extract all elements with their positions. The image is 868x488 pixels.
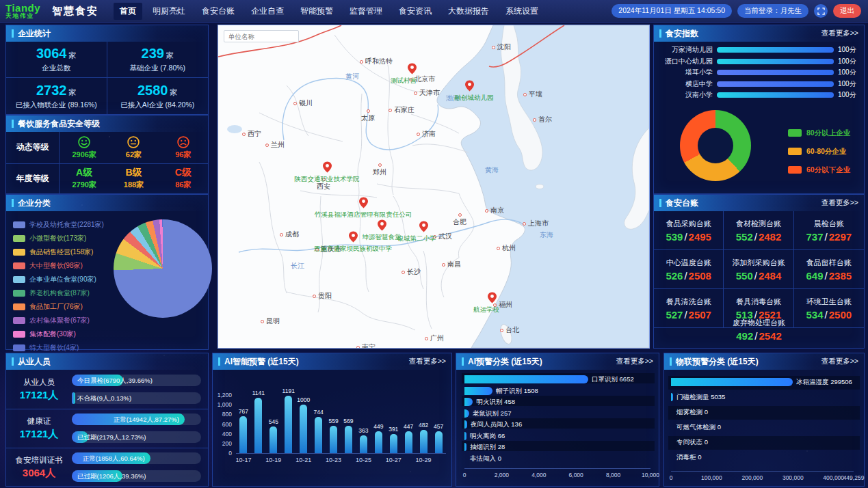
staff-bar-label: 正常(1858人,60.64%): [83, 452, 145, 464]
bar-label: 明火识别 458: [476, 398, 515, 406]
staff-bar-label: 正常(14942人,87.27%): [114, 414, 179, 425]
iot-category-header: 物联预警分类 (近15天) 查看更多>>: [664, 353, 864, 370]
ledger-cell-0: 食品采购台账539/2495: [654, 211, 724, 250]
map-city-上海市: 上海市: [523, 219, 549, 228]
x-axis-tick-label: 8,000: [606, 472, 620, 478]
city-label: 南京: [490, 206, 504, 215]
search-input[interactable]: [224, 30, 299, 42]
map-pin-测试村营[interactable]: [408, 63, 417, 74]
legend-label: 企事业单位食堂(90家): [29, 275, 96, 284]
bar-label: 非法闯入 0: [470, 455, 501, 463]
x-axis-line: [464, 468, 650, 469]
ai-category-more-link[interactable]: 查看更多>>: [616, 357, 653, 366]
map-marker-label-航运学校: 航运学校: [473, 306, 499, 314]
fullscreen-button[interactable]: [814, 4, 828, 18]
map-pin-坤源智慧食堂[interactable]: [378, 219, 386, 231]
nav-item-大数据报告[interactable]: 大数据报告: [442, 3, 495, 20]
datetime-badge: 2024年11月01日 星期五 14:05:50: [611, 4, 732, 18]
location-pin-icon: [359, 197, 368, 208]
map-marker-label-恩施市盛家坝民族初级中学: 恩施市盛家坝民族初级中学: [314, 245, 392, 254]
iot-category-more-link[interactable]: 查看更多>>: [821, 357, 858, 366]
level-count: 62家: [126, 150, 142, 160]
map-pin-航运学校[interactable]: [488, 292, 497, 303]
map-pin-陕西交通职业技术学院[interactable]: [323, 161, 332, 173]
city-dot: [265, 144, 269, 147]
level-count: 86家: [175, 180, 191, 190]
location-pin-icon: [419, 221, 428, 232]
enterprise-stats-title: 企业统计: [18, 28, 51, 40]
category-pie-chart: [114, 219, 212, 318]
ledger-cell-4: 添加剂采购台账550/2484: [724, 250, 793, 289]
bar-value-label: 545: [269, 418, 278, 425]
map-city-杭州: 杭州: [497, 243, 516, 253]
top-bar: Tiandy 天地伟业 智慧食安 首页明厨亮灶食安台账企业自查智能预警监督管理食…: [0, 0, 868, 22]
stat-unit: 家: [166, 51, 174, 59]
ai-warning-panel: AI智能预警 (近15天) 查看更多>> 02004006008001,0001…: [212, 353, 452, 487]
legend-label: 学校及幼托食堂(2281家): [29, 220, 104, 230]
city-dot: [458, 213, 462, 217]
map-pin-竹溪县福泽酒店管理有限责任公司[interactable]: [359, 197, 368, 208]
bar-label: 帽子识别 1508: [496, 387, 538, 395]
nav-item-智能预警[interactable]: 智能预警: [294, 3, 339, 20]
stat-value: 239家: [142, 46, 174, 62]
staff-group-name: 健康证: [27, 416, 51, 426]
x-axis-tick-label: 10-27: [386, 457, 402, 463]
level-count: 96家: [175, 150, 191, 160]
bar-10-20: [285, 396, 292, 453]
city-dot: [417, 133, 420, 136]
staff-bar-0-0: 今日晨检(6790人,39.66%): [72, 375, 201, 386]
safety-index-row-1: 滠口中心幼儿园100分: [658, 58, 858, 65]
nav-item-监督管理[interactable]: 监督管理: [343, 3, 389, 20]
map-city-西宁: 西宁: [242, 129, 261, 139]
enterprise-stats-panel: 企业统计 3064家企业总数239家基础企业 (7.80%)2732家已接入物联…: [5, 25, 209, 115]
ledger-slash: /: [753, 270, 759, 282]
nav-item-明厨亮灶[interactable]: 明厨亮灶: [146, 3, 192, 20]
ledger-done: 539: [666, 231, 683, 243]
city-dot: [280, 233, 283, 236]
grade-label: C级: [175, 167, 192, 179]
map-pin-银城第二小学[interactable]: [419, 221, 428, 232]
nav-item-首页[interactable]: 首页: [114, 3, 142, 20]
city-dot: [356, 346, 360, 349]
legend-label: 食品销售经营(158家): [29, 247, 93, 257]
city-dot: [367, 109, 370, 113]
legend-label: 特大型餐饮(4家): [29, 343, 79, 353]
map-label-黄河: 黄河: [345, 72, 359, 81]
x-axis-tick-label: 10-25: [356, 457, 371, 463]
stat-cell-0: 3064家企业总数: [6, 42, 107, 78]
category-legend-item-1: 小微型餐饮(173家): [13, 232, 104, 245]
bar-label: 门磁检测量 5035: [676, 393, 725, 401]
city-dot: [523, 222, 526, 226]
bar-label: 明火离岗 66: [470, 432, 505, 440]
ledger-name: 晨检台账: [814, 219, 844, 229]
ledger-name: 中心温度台账: [666, 258, 711, 268]
nav-item-食安台账[interactable]: 食安台账: [196, 3, 241, 20]
city-label: 太原: [361, 113, 375, 123]
safety-index-more-link[interactable]: 查看更多>>: [821, 29, 858, 38]
level-cell-1-0: A级2790家: [60, 163, 109, 194]
bar-label: 冰箱温湿度 299506: [796, 378, 852, 386]
map-pin-融创城幼儿园[interactable]: [465, 80, 474, 92]
location-pin-icon: [465, 80, 474, 92]
staff-group-bars: 正常(14942人,87.27%)已过期(2179人,12.73%): [72, 409, 208, 448]
ledger-total: 2482: [759, 231, 781, 243]
grade-label: A级: [76, 167, 92, 179]
ledger-total: 2385: [829, 270, 852, 282]
x-axis-tick-label: 0: [670, 474, 673, 481]
ledger-more-link[interactable]: 查看更多>>: [821, 198, 858, 208]
map-pin-恩施市盛家坝民族初级中学[interactable]: [349, 231, 358, 243]
legend-swatch: [13, 276, 25, 283]
ledger-name: 食材检测台账: [736, 219, 781, 229]
nav-item-系统设置[interactable]: 系统设置: [499, 3, 544, 20]
city-label: 兰州: [271, 140, 285, 150]
logout-button[interactable]: 退出: [833, 4, 861, 18]
ledger-name: 环境卫生台账: [806, 297, 852, 307]
ai-warning-more-link[interactable]: 查看更多>>: [409, 357, 446, 366]
nav-item-食安资讯[interactable]: 食安资讯: [393, 3, 438, 20]
location-pin-icon: [408, 63, 417, 74]
map-city-太原: 太原: [361, 109, 375, 123]
nav-item-企业自查[interactable]: 企业自查: [245, 3, 290, 20]
safety-level-panel: 餐饮服务食品安全等级 动态等级2906家62家96家年度等级A级2790家B级1…: [5, 115, 209, 194]
city-dot: [261, 320, 264, 323]
ai-warning-header: AI智能预警 (近15天) 查看更多>>: [213, 353, 451, 370]
